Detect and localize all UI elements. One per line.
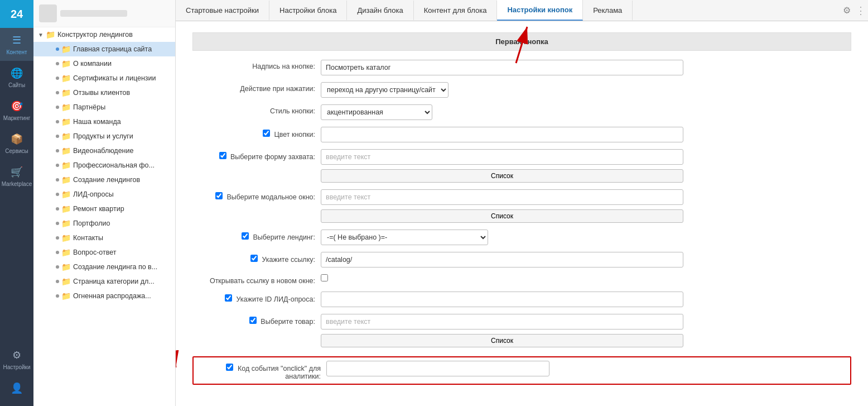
settings-icon: ⚙ <box>10 348 23 362</box>
analytics-input[interactable] <box>326 361 549 376</box>
tree-item-8[interactable]: 📁 Профессиональная фо... <box>33 158 175 173</box>
product-list-button[interactable]: Список <box>321 334 683 347</box>
modal-input[interactable] <box>321 189 683 205</box>
analytics-label: Код события "onclick" для аналитики: <box>198 361 321 380</box>
product-input[interactable] <box>321 314 683 329</box>
button-text-input[interactable] <box>321 60 683 75</box>
main-content: Стартовые настройки Настройки блока Диза… <box>176 0 868 406</box>
tree-item-1[interactable]: 📁 О компании <box>33 56 175 71</box>
tree-item-label: ЛИД-опросы <box>73 190 114 198</box>
sidebar-item-settings[interactable]: ⚙ Настройки <box>0 343 33 376</box>
link-checkbox[interactable] <box>250 255 258 262</box>
style-control: акцентированная <box>321 104 683 120</box>
folder-icon: 📁 <box>61 277 71 286</box>
dot-icon <box>56 62 59 65</box>
analytics-control <box>326 361 689 376</box>
form-area: Первая кнопка Надпись на кнопке: Действи… <box>176 21 868 406</box>
tree-item-10[interactable]: 📁 ЛИД-опросы <box>33 187 175 202</box>
sidebar-item-marketplace[interactable]: 🛒 Marketplace <box>0 160 33 193</box>
capture-form-checkbox[interactable] <box>219 152 226 159</box>
dot-icon <box>56 47 59 51</box>
lid-id-checkbox[interactable] <box>225 294 232 302</box>
site-name-placeholder <box>60 10 127 17</box>
folder-icon: 📁 <box>61 262 71 271</box>
tabs-right-controls: ⚙ ⋮ <box>839 3 868 18</box>
tree-item-label: Контакты <box>73 234 103 242</box>
tab-block[interactable]: Настройки блока <box>269 1 347 20</box>
tree-item-9[interactable]: 📁 Создание лендингов <box>33 173 175 187</box>
folder-icon: 📁 <box>61 190 71 199</box>
tree-item-12[interactable]: 📁 Портфолио <box>33 216 175 231</box>
style-select[interactable]: акцентированная <box>321 104 432 120</box>
link-label: Укажите ссылку: <box>192 252 315 264</box>
user-icon: 👤 <box>10 381 23 395</box>
tree-item-label: Создание лендингов <box>73 176 140 184</box>
tab-buttons[interactable]: Настройки кнопок <box>497 0 583 21</box>
capture-form-list-button[interactable]: Список <box>321 169 683 183</box>
new-window-checkbox[interactable] <box>321 274 328 281</box>
sidebar-item-user[interactable]: 👤 <box>0 376 33 400</box>
color-input[interactable] <box>321 127 683 142</box>
tree-item-14[interactable]: 📁 Вопрос-ответ <box>33 245 175 260</box>
folder-icon: 📁 <box>61 175 71 184</box>
analytics-row: Код события "onclick" для аналитики: <box>192 356 851 385</box>
tree-item-label: Портфолио <box>73 219 110 227</box>
separator-button[interactable]: ⋮ <box>859 3 862 18</box>
gear-button[interactable]: ⚙ <box>839 3 855 18</box>
services-icon: 📦 <box>10 132 23 146</box>
dot-icon <box>56 120 59 123</box>
tree-item-5[interactable]: 📁 Наша команда <box>33 114 175 129</box>
content-icon: ☰ <box>10 34 23 47</box>
dot-icon <box>56 149 59 152</box>
tree-item-17[interactable]: 📁 Огненная распродажа... <box>33 289 175 303</box>
tab-ads[interactable]: Реклама <box>583 1 633 20</box>
landing-checkbox[interactable] <box>242 232 249 240</box>
link-input[interactable] <box>321 252 683 268</box>
tree-item-4[interactable]: 📁 Партнёры <box>33 100 175 114</box>
lid-id-input[interactable] <box>321 292 683 307</box>
link-control <box>321 252 683 268</box>
logo-24: 24 <box>0 0 33 28</box>
color-checkbox[interactable] <box>263 130 270 137</box>
capture-form-input[interactable] <box>321 149 683 165</box>
sidebar-item-services[interactable]: 📦 Сервисы <box>0 127 33 160</box>
tab-content[interactable]: Контент для блока <box>414 1 498 20</box>
folder-icon: 📁 <box>61 146 71 155</box>
modal-control: Список <box>321 189 683 223</box>
product-checkbox[interactable] <box>249 317 257 324</box>
folder-icon: 📁 <box>61 132 71 141</box>
tabs-bar: Стартовые настройки Настройки блока Диза… <box>176 0 868 21</box>
collapse-icon: ▼ <box>38 32 44 38</box>
tree-item-label: Партнёры <box>73 103 105 111</box>
tab-design[interactable]: Дизайн блока <box>347 1 413 20</box>
new-window-label: Открывать ссылку в новом окне: <box>192 274 315 285</box>
sidebar-item-sites[interactable]: 🌐 Сайты <box>0 61 33 94</box>
button-text-row: Надпись на кнопке: <box>192 60 851 75</box>
tree-item-13[interactable]: 📁 Контакты <box>33 231 175 245</box>
color-label: Цвет кнопки: <box>192 127 315 138</box>
modal-list-button[interactable]: Список <box>321 209 683 223</box>
tree-item-15[interactable]: 📁 Создание лендинга по в... <box>33 260 175 274</box>
tree-item-0[interactable]: 📁 Главная страница сайта <box>33 42 175 56</box>
tree-root[interactable]: ▼ 📁 Конструктор лендингов <box>33 27 175 42</box>
tree-item-2[interactable]: 📁 Сертификаты и лицензии <box>33 71 175 85</box>
folder-icon: 📁 <box>61 233 71 242</box>
sidebar-item-marketing[interactable]: 🎯 Маркетинг <box>0 94 33 127</box>
tree-item-label: Создание лендинга по в... <box>73 263 157 271</box>
sidebar-item-content[interactable]: ☰ Контент <box>0 28 33 61</box>
tree-item-3[interactable]: 📁 Отзывы клиентов <box>33 85 175 100</box>
tab-start[interactable]: Стартовые настройки <box>176 1 269 20</box>
modal-label: Выберите модальное окно: <box>192 189 315 201</box>
landing-select[interactable]: -=( Не выбрано )=- <box>321 230 488 245</box>
action-select[interactable]: переход на другую страницу/сайт <box>321 82 449 98</box>
tree-item-16[interactable]: 📁 Страница категории дл... <box>33 274 175 289</box>
tree-item-7[interactable]: 📁 Видеонаблюдение <box>33 144 175 158</box>
folder-icon: 📁 <box>61 117 71 126</box>
tree-header <box>33 0 175 27</box>
tree-item-11[interactable]: 📁 Ремонт квартир <box>33 202 175 216</box>
landing-label: Выберите лендинг: <box>192 230 315 241</box>
folder-icon: 📁 <box>61 88 71 97</box>
analytics-checkbox[interactable] <box>226 364 233 371</box>
modal-checkbox[interactable] <box>215 192 223 199</box>
tree-item-6[interactable]: 📁 Продукты и услуги <box>33 129 175 144</box>
